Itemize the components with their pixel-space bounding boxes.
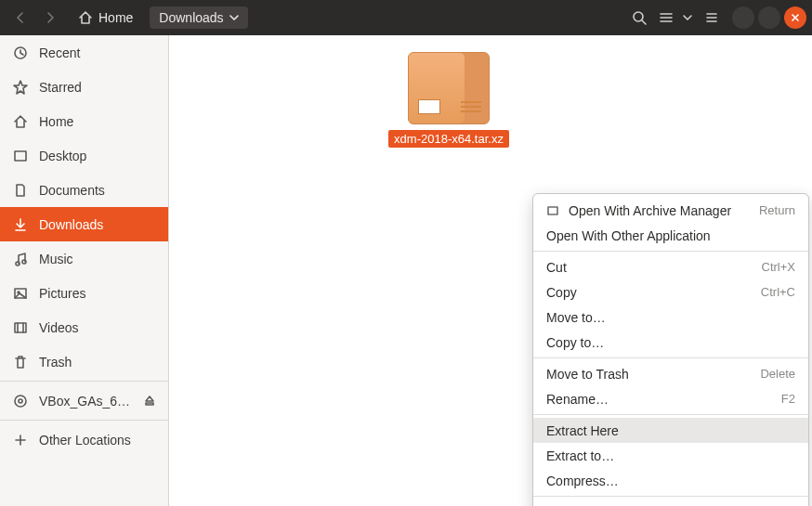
ctx-label: Open With Archive Manager — [569, 203, 731, 218]
ctx-separator — [533, 496, 808, 497]
ctx-label: Open With Other Application — [546, 228, 711, 243]
breadcrumb-current-label: Downloads — [159, 11, 223, 24]
desktop-icon — [13, 149, 28, 163]
svg-rect-30 — [548, 207, 557, 214]
downloads-icon — [13, 217, 28, 232]
sidebar-item-videos[interactable]: Videos — [0, 310, 168, 344]
archive-manager-icon — [546, 204, 559, 217]
ctx-open-with-other[interactable]: Open With Other Application — [533, 223, 808, 248]
nav-back-button[interactable] — [6, 4, 35, 32]
sidebar-item-home[interactable]: Home — [0, 104, 168, 138]
ctx-separator — [533, 414, 808, 415]
maximize-button[interactable] — [758, 6, 780, 29]
ctx-label: Compress… — [546, 474, 619, 488]
videos-icon — [13, 320, 28, 335]
hamburger-menu-button[interactable] — [697, 4, 727, 32]
eject-icon[interactable] — [144, 394, 155, 409]
pictures-icon — [13, 286, 28, 301]
svg-rect-21 — [15, 323, 26, 332]
ctx-rename[interactable]: Rename… F2 — [533, 386, 808, 411]
path-bar: Home Downloads — [69, 6, 248, 29]
close-button[interactable] — [784, 6, 806, 29]
trash-icon — [13, 355, 28, 370]
svg-marker-26 — [146, 396, 153, 401]
sidebar-item-mount[interactable]: VBox_GAs_6… — [0, 383, 168, 418]
sidebar-item-starred[interactable]: Starred — [0, 70, 168, 104]
ctx-label: Copy — [546, 285, 577, 300]
svg-rect-9 — [766, 15, 772, 20]
sidebar-item-documents[interactable]: Documents — [0, 173, 168, 207]
sidebar-item-label: Desktop — [39, 149, 86, 163]
sidebar-item-desktop[interactable]: Desktop — [0, 138, 168, 173]
search-button[interactable] — [624, 4, 654, 32]
context-menu: Open With Archive Manager Return Open Wi… — [532, 193, 809, 506]
breadcrumb-current[interactable]: Downloads — [150, 6, 247, 29]
ctx-label: Move to… — [546, 310, 606, 325]
svg-point-18 — [22, 260, 26, 264]
home-icon — [13, 114, 28, 129]
window-controls — [732, 6, 806, 29]
home-icon — [78, 10, 93, 25]
documents-icon — [13, 183, 28, 198]
ctx-cut[interactable]: Cut Ctrl+X — [533, 254, 808, 279]
disc-icon — [13, 394, 28, 409]
sidebar-item-label: Downloads — [39, 217, 103, 232]
ctx-separator — [533, 357, 808, 358]
star-icon — [13, 80, 28, 95]
svg-point-17 — [16, 262, 20, 266]
ctx-accel: Ctrl+X — [762, 260, 795, 274]
svg-line-1 — [642, 20, 646, 24]
sidebar-item-pictures[interactable]: Pictures — [0, 276, 168, 310]
minimize-button[interactable] — [732, 6, 754, 29]
sidebar-item-label: Starred — [39, 80, 82, 95]
breadcrumb-home[interactable]: Home — [69, 6, 142, 29]
sidebar-item-label: Recent — [39, 45, 80, 60]
recent-icon — [13, 45, 28, 60]
ctx-accel: Return — [759, 203, 795, 217]
sidebar-item-recent[interactable]: Recent — [0, 35, 168, 70]
ctx-copy-to[interactable]: Copy to… — [533, 330, 808, 355]
sidebar-item-label: Other Locations — [39, 433, 131, 448]
svg-point-25 — [19, 399, 22, 403]
ctx-accel: F2 — [781, 392, 795, 406]
sidebar-item-label: Trash — [39, 355, 72, 370]
sidebar-item-label: Videos — [39, 320, 79, 335]
ctx-compress[interactable]: Compress… — [533, 468, 808, 493]
content-area[interactable]: xdm-2018-x64.tar.xz Open With Archive Ma… — [169, 35, 812, 506]
svg-marker-13 — [14, 81, 27, 94]
sidebar-item-music[interactable]: Music — [0, 241, 168, 276]
svg-rect-27 — [146, 403, 153, 405]
sidebar: Recent Starred Home Desktop Documents Do… — [0, 35, 169, 506]
file-item[interactable]: xdm-2018-x64.tar.xz — [386, 52, 511, 148]
sidebar-item-downloads[interactable]: Downloads — [0, 207, 168, 241]
ctx-label: Extract Here — [546, 423, 619, 438]
archive-icon — [408, 52, 490, 124]
ctx-label: Move to Trash — [546, 367, 629, 382]
ctx-move-to[interactable]: Move to… — [533, 305, 808, 330]
sidebar-item-label: Pictures — [39, 286, 86, 301]
sidebar-item-label: VBox_GAs_6… — [39, 394, 130, 409]
breadcrumb-menu-icon — [229, 10, 239, 25]
ctx-move-to-trash[interactable]: Move to Trash Delete — [533, 361, 808, 386]
sidebar-item-trash[interactable]: Trash — [0, 344, 168, 379]
sidebar-separator — [0, 420, 168, 421]
svg-point-24 — [15, 396, 26, 407]
ctx-star[interactable]: Star — [533, 500, 808, 506]
sidebar-separator — [0, 381, 168, 382]
sidebar-item-label: Home — [39, 114, 73, 129]
ctx-accel: Ctrl+C — [761, 285, 795, 299]
ctx-extract-to[interactable]: Extract to… — [533, 443, 808, 468]
ctx-copy[interactable]: Copy Ctrl+C — [533, 279, 808, 305]
view-dropdown-button[interactable] — [678, 4, 697, 32]
window-body: Recent Starred Home Desktop Documents Do… — [0, 35, 812, 506]
sidebar-item-label: Documents — [39, 183, 105, 198]
ctx-extract-here[interactable]: Extract Here — [533, 418, 808, 443]
ctx-open-with-default[interactable]: Open With Archive Manager Return — [533, 198, 808, 223]
ctx-accel: Delete — [760, 367, 795, 381]
nav-forward-button[interactable] — [35, 4, 65, 32]
music-icon — [13, 252, 28, 266]
ctx-separator — [533, 251, 808, 252]
ctx-label: Extract to… — [546, 448, 614, 463]
view-list-button[interactable] — [654, 4, 678, 32]
sidebar-item-other-locations[interactable]: Other Locations — [0, 422, 168, 457]
